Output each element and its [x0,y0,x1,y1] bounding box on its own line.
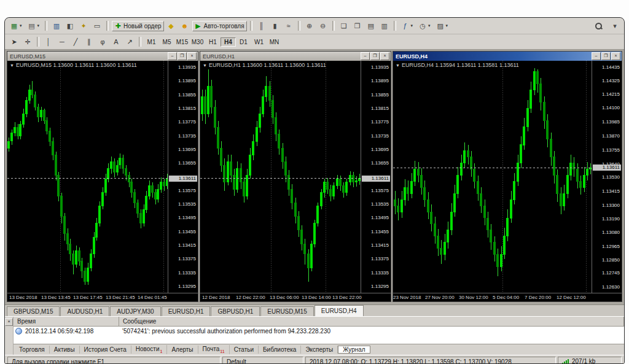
time-axis[interactable]: 12 Dec 201812 Dec 22:0013 Dec 06:0013 De… [200,293,391,301]
metaeditor-button[interactable]: ◆ [165,21,178,31]
arrows-tool[interactable]: ↗ [123,37,136,47]
chart-title: EURUSD,H4 [396,53,591,60]
chart-tab-GBPUSD,H1[interactable]: GBPUSD,H1 [211,306,260,316]
timeframe-h4[interactable]: H4 [221,37,236,47]
chart-plot[interactable]: ▼EURUSD,H1 1.13600 1.13611 1.13600 1.136… [200,61,361,293]
chart-restore-button[interactable]: ❐ [601,52,611,60]
chart-tab-EURUSD,M15[interactable]: EURUSD,M15 [260,306,313,316]
chart-restore-button[interactable]: ❐ [370,52,380,60]
data-window-button[interactable]: ◧ [64,21,76,31]
timeframe-m5[interactable]: M5 [159,37,174,47]
periods-button[interactable]: ◷▾ [416,21,433,31]
timeframe-m1[interactable]: M1 [144,37,159,47]
chart-window-EURUSD,M15: EURUSD,M15–❐×▼EURUSD,M15 1.13600 1.13611… [7,51,198,302]
price-tick: 1.13335 [178,271,196,276]
timeframe-mn[interactable]: MN [267,37,282,47]
chart-tab-EURUSD,H1[interactable]: EURUSD,H1 [162,306,211,316]
candlestick-chart-button[interactable]: ▮ [269,21,281,31]
timeframe-h1[interactable]: H1 [205,37,221,47]
chart-window-buttons: –❐× [167,52,197,60]
timeframe-m15[interactable]: M15 [174,37,190,47]
price-scale[interactable]: 1.139351.138951.138551.138151.137751.137… [168,61,198,293]
terminal-column-message[interactable]: Сообщение [119,317,624,326]
chart-title-bar[interactable]: EURUSD,M15–❐× [7,52,198,61]
tile-vertical-button[interactable]: ▥ [378,21,391,31]
terminal-tab-Торговля[interactable]: Торговля [15,346,50,354]
toolbar-charts: ➤✛│─╱∥φA↗ M1M5M15M30H1H4D1W1MN [5,34,624,50]
cursor-tool[interactable]: ➤ [8,37,20,47]
terminal-tab-Почта[interactable]: Почта11 [198,345,230,354]
terminal-tab-Библиотека[interactable]: Библиотека [259,346,301,354]
chart-title-bar[interactable]: EURUSD,H4–❐× [393,52,622,61]
chart-plot[interactable]: ▼EURUSD,H4 1.13594 1.13611 1.13581 1.136… [393,61,592,293]
time-axis[interactable]: 13 Dec 201813 Dec 13:4513 Dec 17:4513 De… [7,293,198,301]
fibonacci-tool[interactable]: φ [96,37,109,47]
timeframe-d1[interactable]: D1 [236,37,251,47]
status-profile[interactable]: Default [222,357,303,364]
search-button[interactable] [592,21,605,31]
new-order-button[interactable]: ✚Новый ордер [112,21,164,31]
price-tick: 1.14325 [602,79,620,83]
trendline-tool[interactable]: ╱ [69,37,82,47]
profiles-button[interactable]: ▤▾ [26,21,42,31]
chart-close-button[interactable]: × [611,52,620,60]
terminal-tab-История Счета[interactable]: История Счета [80,346,131,354]
cascade-windows-button[interactable]: ❐ [351,21,364,31]
autotrade-button[interactable]: ▶Авто-торговля [192,21,247,31]
vertical-line-tool[interactable]: │ [42,37,55,47]
terminal-tab-Эксперты[interactable]: Эксперты [301,346,338,354]
page: ▦▾▤▾▥◧✦▭✚Новый ордер◆☻▶Авто-торговля║▮≈⊕… [0,0,629,364]
chart-minimize-button[interactable]: – [168,52,177,60]
toolbar-options-button[interactable]: ▾ [609,21,621,31]
tile-windows-button[interactable]: ❏ [338,21,350,31]
terminal-tab-Активы[interactable]: Активы [50,346,80,354]
channel-tool[interactable]: ∥ [83,37,95,47]
chart-tab-GBPUSD,M15[interactable]: GBPUSD,M15 [7,306,60,316]
terminal-tab-Алерты[interactable]: Алерты [167,346,198,354]
terminal-close-button[interactable]: × [5,318,13,326]
tile-horizontal-button[interactable]: ▤ [365,21,377,31]
terminal-button[interactable]: ▭ [91,21,103,31]
toolbar-separator [298,21,300,31]
horizontal-line-tool[interactable]: ─ [56,37,68,47]
price-tick: 1.13735 [178,134,196,139]
new-chart-button[interactable]: ▦▾ [8,21,25,31]
line-chart-button[interactable]: ≈ [283,21,295,31]
price-scale[interactable]: 1.139351.138951.138551.138151.137751.137… [361,61,391,293]
line-chart-icon: ≈ [285,22,292,30]
zoom-out-button[interactable]: ⊖ [317,21,329,31]
chart-restore-button[interactable]: ❐ [178,52,187,60]
chart-close-button[interactable]: × [187,52,197,60]
timeframe-w1[interactable]: W1 [251,37,267,47]
crosshair-icon: ✛ [24,38,31,46]
bar-chart-button[interactable]: ║ [256,21,268,31]
price-scale[interactable]: 1.144351.143251.142151.141001.139851.138… [592,61,622,293]
price-tick: 1.14215 [602,92,620,97]
price-tick: 1.14100 [602,106,620,110]
terminal-column-time[interactable]: Время [14,317,119,326]
indicators-button[interactable]: ƒ▾ [399,21,416,31]
templates-button[interactable]: ▨▾ [434,21,451,31]
terminal-tab-Статьи[interactable]: Статьи [230,346,259,354]
chart-tab-AUDJPY,M30[interactable]: AUDJPY,M30 [110,306,160,316]
profiles-icon: ▤ [28,22,36,30]
chart-tab-AUDUSD,H1[interactable]: AUDUSD,H1 [60,306,109,316]
chart-title-bar[interactable]: EURUSD,H1–❐× [200,52,391,61]
time-axis[interactable]: 23 Nov 201827 Nov 20:0030 Nov 12:005 Dec… [393,293,622,301]
chart-minimize-button[interactable]: – [361,52,370,60]
terminal-tab-Новости[interactable]: Новости1 [131,345,168,354]
terminal-tab-Журнал[interactable]: Журнал [338,346,370,354]
chart-close-button[interactable]: × [380,52,389,60]
chart-ohlc-text: EURUSD,H1 1.13600 1.13611 1.13600 1.1361… [209,62,326,68]
market-watch-button[interactable]: ▥ [50,21,63,31]
journal-row[interactable]: 2018.12.14 06:59:42.198'5074241': previo… [14,327,624,335]
chart-minimize-button[interactable]: – [592,52,601,60]
crosshair-tool[interactable]: ✛ [21,37,34,47]
experts-button[interactable]: ☻ [179,21,191,31]
navigator-button[interactable]: ✦ [77,21,90,31]
chart-tab-EURUSD,H4[interactable]: EURUSD,H4 [314,305,364,316]
zoom-in-button[interactable]: ⊕ [303,21,316,31]
text-tool[interactable]: A [110,37,122,47]
chart-plot[interactable]: ▼EURUSD,M15 1.13600 1.13611 1.13600 1.13… [7,61,168,293]
timeframe-m30[interactable]: M30 [190,37,205,47]
